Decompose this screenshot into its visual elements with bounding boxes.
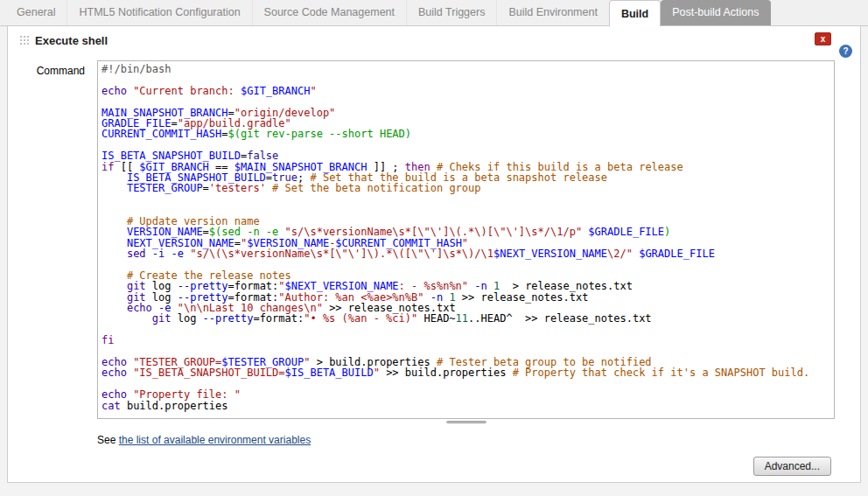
advanced-row: Advanced...: [753, 457, 831, 476]
tab-build-triggers[interactable]: Build Triggers: [406, 0, 496, 25]
tab-source-code-management[interactable]: Source Code Management: [252, 0, 406, 25]
tab-build[interactable]: Build: [609, 0, 661, 26]
tab-build-environment[interactable]: Build Environment: [496, 0, 608, 25]
code-line: cat build.properties: [102, 401, 830, 411]
help-icon[interactable]: ?: [839, 45, 852, 58]
code-line: sed -i -e "s/\(\s*versionName\s*[\"\']\)…: [102, 248, 830, 259]
step-title: Execute shell: [35, 34, 108, 47]
command-row: Command #!/bin/bash echo "Current branch…: [8, 60, 860, 446]
env-note: See the list of available environment va…: [97, 434, 835, 446]
code-line: CURRENT_COMMIT_HASH=$(git rev-parse --sh…: [102, 129, 830, 139]
env-vars-link[interactable]: the list of available environment variab…: [119, 434, 311, 446]
editor-wrap: #!/bin/bash echo "Current branch: $GIT_B…: [97, 60, 835, 446]
command-label: Command: [8, 60, 97, 446]
command-code-editor[interactable]: #!/bin/bash echo "Current branch: $GIT_B…: [97, 60, 835, 419]
code-line: TESTER_GROUP='testers' # Set the beta no…: [102, 183, 830, 193]
tab-post-build-actions[interactable]: Post-build Actions: [661, 0, 770, 25]
code-line: #!/bin/bash: [102, 64, 830, 74]
code-line: [102, 325, 830, 335]
editor-resize-handle[interactable]: [97, 421, 835, 427]
resize-grip-icon: [446, 421, 486, 423]
step-header: Execute shell: [8, 26, 860, 47]
config-tabbar: GeneralHTML5 Notification ConfigurationS…: [0, 0, 868, 26]
tab-general[interactable]: General: [5, 0, 66, 25]
build-step-panel: Execute shell x ? Command #!/bin/bash ec…: [7, 26, 861, 483]
env-note-prefix: See: [97, 434, 119, 446]
code-line: fi: [102, 335, 830, 346]
tab-html5-notification-configuration[interactable]: HTML5 Notification Configuration: [66, 0, 251, 25]
code-line: [102, 194, 830, 205]
advanced-button[interactable]: Advanced...: [753, 457, 831, 476]
code-line: git log --pretty=format:"• %s (%an - %ci…: [102, 313, 830, 324]
delete-step-button[interactable]: x: [815, 32, 831, 45]
drag-handle-icon[interactable]: [19, 35, 29, 46]
code-line: echo "Current branch: $GIT_BRANCH": [102, 86, 830, 96]
code-line: echo "IS_BETA_SNAPSHOT_BUILD=$IS_BETA_BU…: [102, 367, 830, 378]
